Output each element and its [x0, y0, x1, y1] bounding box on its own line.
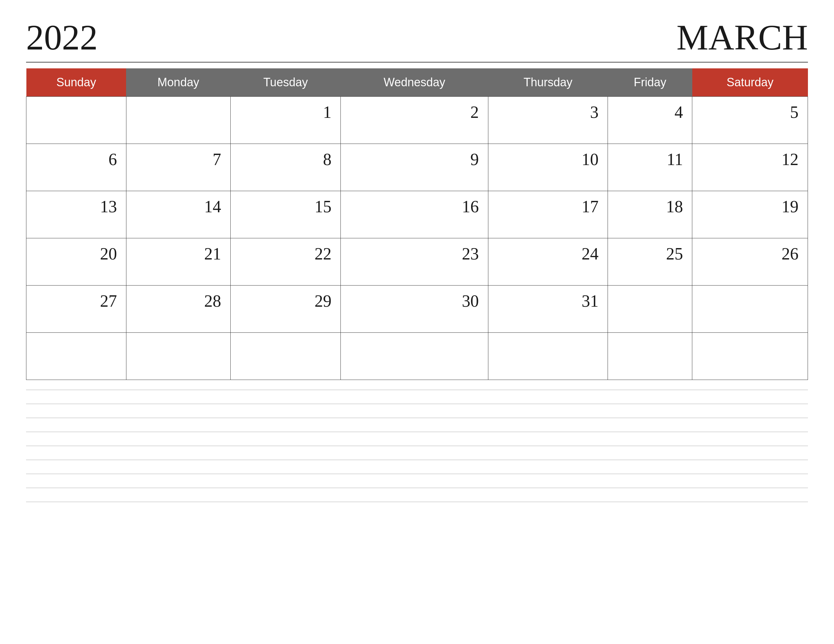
calendar-cell: [126, 97, 230, 144]
calendar-cell: 19: [692, 191, 808, 238]
calendar-cell: 1: [230, 97, 341, 144]
calendar-cell: 10: [488, 144, 608, 191]
calendar-cell: 5: [692, 97, 808, 144]
calendar-cell: 21: [126, 238, 230, 286]
calendar-cell: 22: [230, 238, 341, 286]
calendar-cell: [608, 333, 692, 380]
calendar-row: 6789101112: [26, 144, 808, 191]
note-line-4: [26, 432, 808, 432]
calendar-cell: 25: [608, 238, 692, 286]
header-divider: [26, 62, 808, 63]
calendar-table: Sunday Monday Tuesday Wednesday Thursday…: [26, 68, 808, 380]
header-tuesday: Tuesday: [230, 68, 341, 97]
calendar-cell: 20: [26, 238, 126, 286]
calendar-cell: [230, 333, 341, 380]
calendar-cell: 2: [341, 97, 488, 144]
month-label: MARCH: [677, 19, 808, 55]
calendar-cell: [692, 333, 808, 380]
note-line-6: [26, 460, 808, 460]
calendar-cell: 15: [230, 191, 341, 238]
calendar-cell: 18: [608, 191, 692, 238]
header-sunday: Sunday: [26, 68, 126, 97]
header-saturday: Saturday: [692, 68, 808, 97]
calendar-cell: [26, 97, 126, 144]
calendar-cell: 16: [341, 191, 488, 238]
calendar-cell: 7: [126, 144, 230, 191]
calendar-cell: 4: [608, 97, 692, 144]
calendar-cell: 8: [230, 144, 341, 191]
calendar-cell: 9: [341, 144, 488, 191]
year-label: 2022: [26, 19, 98, 55]
calendar-cell: [692, 286, 808, 333]
calendar-cell: [608, 286, 692, 333]
calendar-cell: 3: [488, 97, 608, 144]
calendar-cell: 11: [608, 144, 692, 191]
calendar-cell: [126, 333, 230, 380]
calendar-cell: 31: [488, 286, 608, 333]
calendar-cell: 26: [692, 238, 808, 286]
days-header-row: Sunday Monday Tuesday Wednesday Thursday…: [26, 68, 808, 97]
calendar-row: [26, 333, 808, 380]
notes-section: [26, 390, 808, 502]
calendar-cell: [26, 333, 126, 380]
calendar-row: 2728293031: [26, 286, 808, 333]
header-wednesday: Wednesday: [341, 68, 488, 97]
calendar-cell: 23: [341, 238, 488, 286]
calendar-cell: 14: [126, 191, 230, 238]
calendar-body: 1234567891011121314151617181920212223242…: [26, 97, 808, 380]
note-line-7: [26, 474, 808, 474]
calendar-cell: 29: [230, 286, 341, 333]
calendar-row: 13141516171819: [26, 191, 808, 238]
header-thursday: Thursday: [488, 68, 608, 97]
calendar-cell: 24: [488, 238, 608, 286]
calendar-cell: 27: [26, 286, 126, 333]
note-line-1: [26, 390, 808, 390]
calendar-row: 20212223242526: [26, 238, 808, 286]
note-line-3: [26, 418, 808, 418]
note-line-9: [26, 502, 808, 502]
calendar-cell: [341, 333, 488, 380]
calendar-cell: [488, 333, 608, 380]
calendar-row: 12345: [26, 97, 808, 144]
calendar-cell: 17: [488, 191, 608, 238]
calendar-cell: 28: [126, 286, 230, 333]
calendar-cell: 13: [26, 191, 126, 238]
calendar-cell: 30: [341, 286, 488, 333]
header-friday: Friday: [608, 68, 692, 97]
header-monday: Monday: [126, 68, 230, 97]
calendar-header: 2022 MARCH: [26, 19, 808, 55]
calendar-cell: 12: [692, 144, 808, 191]
calendar-cell: 6: [26, 144, 126, 191]
